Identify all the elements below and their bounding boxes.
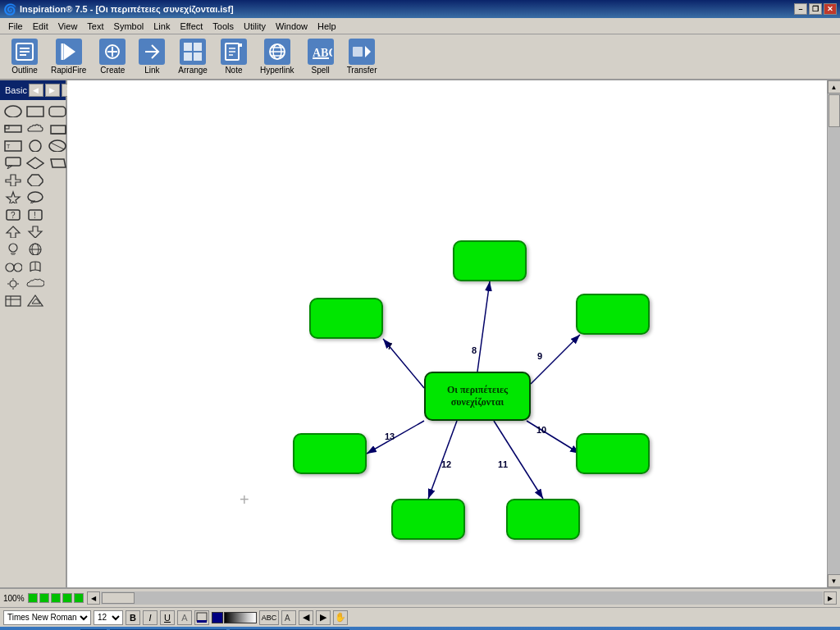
shape-book[interactable] [25,258,45,273]
menu-file[interactable]: File [3,20,28,33]
minimize-button[interactable]: – [794,3,807,15]
zoom-btn-4[interactable] [62,593,72,603]
shape-circle[interactable] [25,138,45,153]
sidebar-next[interactable]: ▶ [45,84,60,97]
shape-parallelogram[interactable] [48,155,67,170]
node-left-bottom[interactable] [293,433,367,474]
shape-rect[interactable] [25,103,45,118]
menu-effect[interactable]: Effect [175,20,208,33]
shape-shadow-rect[interactable] [48,121,67,135]
shape-oval[interactable] [3,103,23,118]
node-bottom-right[interactable] [506,499,580,540]
shape-speech-bubble[interactable] [25,189,45,204]
shadow-text-button[interactable]: A [177,610,192,625]
arrange-button[interactable]: Arrange [173,37,212,76]
canvas-area[interactable]: Οι περιπέτειες συνεχίζονται 7 8 9 10 11 … [67,80,827,587]
menu-tools[interactable]: Tools [208,20,239,33]
spell-button[interactable]: ABC Spell [303,37,339,76]
menu-text[interactable]: Text [82,20,108,33]
horizontal-scrollbar[interactable]: ◀ ▶ [87,591,837,605]
shape-callout[interactable] [3,155,23,170]
shape-lightbulb[interactable] [3,241,23,256]
shape-sun[interactable] [3,276,23,290]
close-button[interactable]: ✕ [824,3,837,15]
node-top[interactable] [453,240,527,281]
scroll-down-button[interactable]: ▼ [828,574,841,587]
shape-up-arrow[interactable] [3,224,23,239]
title-bar-controls[interactable]: – ❐ ✕ [794,3,837,15]
shape-octagon[interactable] [25,172,45,187]
sidebar-prev[interactable]: ◀ [29,84,43,97]
left-arrow-btn[interactable]: ◀ [299,610,313,625]
create-button[interactable]: Create [94,37,130,76]
menu-view[interactable]: View [53,20,83,33]
shape-grid[interactable] [3,293,23,308]
shape-text-box[interactable]: T [3,138,23,153]
svg-rect-30 [49,107,66,116]
scroll-right-button[interactable]: ▶ [824,591,837,605]
center-node[interactable]: Οι περιπέτειες συνεχίζονται [424,372,531,421]
shape-cloud[interactable] [25,121,45,135]
menu-link[interactable]: Link [148,20,175,33]
shape-globe[interactable] [25,241,45,256]
shape-cloud2[interactable] [25,276,45,290]
shape-mountain[interactable] [25,293,45,308]
right-scrollbar[interactable]: ▲ ▼ [827,80,840,587]
node-right-top[interactable] [576,294,650,335]
h-scroll-track[interactable] [101,591,823,605]
color-dark-blue[interactable] [212,612,223,623]
app-icon: 🌀 [3,3,16,16]
svg-marker-45 [6,175,21,186]
hyperlink-button[interactable]: Hyperlink [255,37,299,76]
font-size-select[interactable]: 12 [94,610,123,625]
note-label: Note [225,66,242,75]
transfer-button[interactable]: Transfer [342,37,382,76]
font-family-select[interactable]: Times New Roman [3,610,91,625]
color-gradient[interactable] [224,612,257,623]
shape-diamond[interactable] [25,155,45,170]
italic-button[interactable]: I [143,610,158,625]
hyperlink-label: Hyperlink [260,66,294,75]
scroll-left-button[interactable]: ◀ [87,591,100,605]
node-left-top[interactable] [309,298,383,339]
h-scroll-thumb[interactable] [102,592,135,604]
spell-format-button[interactable]: ABC [259,610,279,625]
scroll-thumb[interactable] [829,94,840,127]
outline-button[interactable]: Outline [7,37,43,76]
zoom-btn-2[interactable] [39,593,49,603]
shape-down-arrow[interactable] [25,224,45,239]
font-style-button[interactable]: A [281,610,296,625]
shape-question[interactable]: ? [3,207,23,221]
link-button[interactable]: Link [134,37,170,76]
menu-window[interactable]: Window [271,20,313,33]
scroll-up-button[interactable]: ▲ [828,80,841,94]
bold-button[interactable]: B [126,610,140,625]
menu-help[interactable]: Help [313,20,341,33]
shape-cross[interactable] [3,172,23,187]
text-color-button[interactable] [194,610,209,625]
underline-button[interactable]: U [160,610,175,625]
svg-rect-29 [27,107,43,116]
zoom-btn-3[interactable] [51,593,61,603]
shape-rounded-rect[interactable] [48,103,67,118]
right-arrow-btn[interactable]: ▶ [316,610,331,625]
zoom-btn-5[interactable] [74,593,84,603]
menu-utility[interactable]: Utility [239,20,271,33]
shape-star[interactable] [3,189,23,204]
rapidfire-button[interactable]: RapidFire [46,37,91,76]
shape-label[interactable] [3,121,23,135]
node-right-bottom[interactable] [576,433,650,474]
svg-rect-41 [6,158,21,166]
scroll-track[interactable] [828,94,841,574]
svg-rect-13 [194,52,202,61]
hand-btn[interactable]: ✋ [333,610,348,625]
note-button[interactable]: Note [216,37,252,76]
shape-exclamation[interactable]: ! [25,207,45,221]
menu-edit[interactable]: Edit [28,20,53,33]
node-bottom-left[interactable] [391,499,465,540]
restore-button[interactable]: ❐ [809,3,822,15]
menu-symbol[interactable]: Symbol [109,20,149,33]
zoom-btn-1[interactable] [28,593,38,603]
shape-x-circle[interactable] [48,138,67,153]
shape-glasses[interactable] [3,258,23,273]
